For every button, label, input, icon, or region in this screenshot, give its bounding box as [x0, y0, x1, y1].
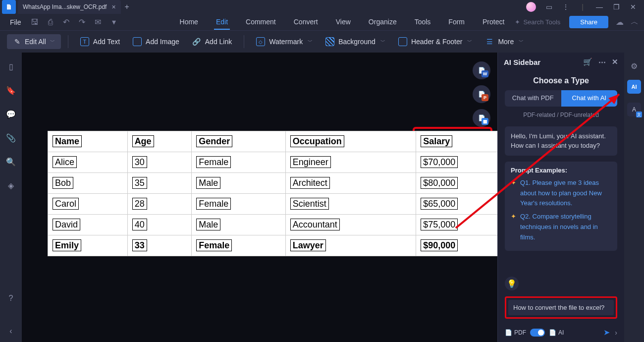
chat-input-callout [505, 296, 617, 319]
maximize-icon[interactable]: ❐ [612, 3, 620, 11]
menu-convert[interactable]: Convert [292, 15, 320, 30]
settings-icon[interactable]: ⚙ [631, 61, 638, 71]
cart-icon[interactable]: 🛒 [583, 57, 592, 66]
close-sidebar-icon[interactable]: ✕ [612, 57, 618, 66]
menu-tools[interactable]: Tools [413, 15, 433, 30]
menu-comment[interactable]: Comment [244, 15, 278, 30]
cloud-icon[interactable]: ☁ [615, 18, 624, 27]
convert-image-button[interactable]: 📄 ▦ [473, 109, 490, 127]
menubar: File 🖫 ⎙ ↶ ↷ ✉ ▾ Home Edit Comment Conve… [0, 14, 644, 31]
comments-icon[interactable]: 💬 [6, 109, 16, 119]
menu-protect[interactable]: Protect [481, 15, 506, 30]
mode-toggle[interactable] [530, 329, 545, 337]
undo-icon[interactable]: ↶ [62, 18, 71, 27]
collapse-left-icon[interactable]: ‹ [6, 326, 16, 336]
chat-input[interactable] [508, 300, 614, 315]
pencil-icon: ✎ [13, 37, 22, 46]
sparkle-icon: ✦ [515, 18, 520, 26]
add-image-button[interactable]: Add Image [128, 34, 184, 49]
header-footer-icon [398, 37, 407, 46]
data-table: Name Age Gender Occupation Salary Alice3… [48, 131, 497, 256]
menu-edit[interactable]: Edit [214, 15, 230, 30]
search-tools[interactable]: ✦ Search Tools [515, 18, 560, 26]
link-icon: 🔗 [192, 37, 201, 46]
sparkle-icon: ✦ [511, 178, 516, 209]
close-tab-icon[interactable]: × [111, 3, 115, 11]
expand-right-icon[interactable]: › [615, 329, 617, 337]
translate-rail-button[interactable]: A 文 [627, 103, 641, 116]
chat-icon[interactable]: ▭ [545, 3, 553, 11]
watermark-button[interactable]: ◇ Watermark ﹀ [251, 34, 318, 49]
app-logo-icon [2, 0, 16, 14]
more-options-icon[interactable]: ⋯ [598, 57, 606, 66]
chat-with-pdf-button[interactable]: Chat with PDF [505, 90, 561, 107]
chevron-down-icon: ﹀ [50, 38, 55, 45]
tab-title: WhatsApp Ima...skew_OCR.pdf [23, 3, 107, 10]
pdf-page: Name Age Gender Occupation Salary Alice3… [48, 131, 497, 256]
main-menu: Home Edit Comment Convert View Organize … [178, 15, 507, 30]
send-button[interactable]: ➤ [603, 328, 610, 337]
sparkle-icon: ✦ [511, 212, 516, 242]
save-icon[interactable]: 🖫 [30, 18, 39, 27]
ai-mode-icon: 📄 [549, 329, 556, 336]
edit-toolbar: ✎ Edit All ﹀ T Add Text Add Image 🔗 Add … [0, 31, 644, 53]
chat-with-ai-button[interactable]: Chat with AI [561, 90, 618, 107]
print-icon[interactable]: ⎙ [46, 18, 55, 27]
prompt-example-1[interactable]: ✦ Q1. Please give me 3 ideas about how t… [511, 178, 611, 209]
add-text-button[interactable]: T Add Text [75, 34, 125, 49]
left-rail: ▯ 🔖 💬 📎 🔍 ◈ ? ‹ [0, 53, 22, 342]
ai-greeting-message: Hello, I'm Lumi, your AI assistant. How … [505, 126, 617, 156]
menu-form[interactable]: Form [446, 15, 467, 30]
prompt-examples: Prompt Examples: ✦ Q1. Please give me 3 … [505, 162, 617, 251]
table-row: Emily33FemaleLawyer$90,000 [48, 235, 498, 256]
close-window-icon[interactable]: ✕ [629, 3, 637, 11]
mail-icon[interactable]: ✉ [94, 18, 103, 27]
convert-word-button[interactable]: 📄 W [473, 61, 490, 79]
share-button[interactable]: Share [569, 16, 608, 28]
attachments-icon[interactable]: 📎 [6, 133, 16, 143]
search-icon[interactable]: 🔍 [6, 157, 16, 167]
table-row: Alice30FemaleEngineer$70,000 [48, 152, 498, 173]
collapse-ribbon-icon[interactable]: ︿ [630, 18, 639, 27]
dropdown-icon[interactable]: ▾ [109, 18, 118, 27]
thumbnails-icon[interactable]: ▯ [6, 61, 16, 71]
menu-view[interactable]: View [334, 15, 353, 30]
convert-ppt-button[interactable]: 📄 P [473, 85, 490, 103]
kebab-menu-icon[interactable]: ⋮ [562, 3, 570, 11]
new-tab-button[interactable]: + [125, 2, 129, 11]
sidebar-footer: 📄 PDF 📄 AI ➤ › [498, 323, 624, 342]
file-menu[interactable]: File [5, 18, 26, 26]
header-footer-button[interactable]: Header & Footer ﹀ [393, 34, 478, 49]
bookmarks-icon[interactable]: 🔖 [6, 85, 16, 95]
chat-type-toggle: Chat with PDF Chat with AI [505, 90, 617, 107]
document-tab[interactable]: WhatsApp Ima...skew_OCR.pdf × [18, 0, 121, 14]
minimize-icon[interactable]: — [595, 3, 603, 11]
chevron-down-icon: ﹀ [519, 38, 524, 45]
help-icon[interactable]: ? [6, 293, 16, 303]
add-link-button[interactable]: 🔗 Add Link [187, 34, 237, 49]
edit-all-button[interactable]: ✎ Edit All ﹀ [7, 34, 61, 49]
menu-organize[interactable]: Organize [367, 15, 399, 30]
table-row: David40MaleAccountant$75,000 [48, 215, 498, 235]
ai-mode-label: AI [558, 329, 564, 336]
chevron-down-icon: ﹀ [308, 38, 313, 45]
prompts-title: Prompt Examples: [511, 167, 611, 174]
redo-icon[interactable]: ↷ [78, 18, 87, 27]
layers-icon[interactable]: ◈ [6, 180, 16, 190]
watermark-icon: ◇ [256, 37, 265, 46]
idea-button[interactable]: 💡 [505, 277, 519, 290]
choose-type-heading: Choose a Type [498, 76, 624, 85]
ai-sidebar: AI Sidebar 🛒 ⋯ ✕ Choose a Type Chat with… [497, 53, 624, 342]
sidebar-title: AI Sidebar [504, 58, 540, 66]
menu-home[interactable]: Home [178, 15, 200, 30]
prompt-example-2[interactable]: ✦ Q2. Compare storytelling techniques in… [511, 212, 611, 242]
more-button[interactable]: ☰ More ﹀ [480, 34, 529, 49]
background-icon [325, 37, 334, 46]
pdf-mode-icon: 📄 [505, 329, 512, 336]
user-avatar[interactable] [526, 2, 536, 12]
right-rail: ⚙ AI A 文 [624, 53, 644, 342]
background-button[interactable]: Background ﹀ [321, 34, 390, 49]
ai-rail-button[interactable]: AI [627, 80, 641, 94]
table-row: Bob35MaleArchitect$80,000 [48, 173, 498, 194]
document-canvas[interactable]: 📄 W 📄 P 📄 ▦ E PDF To Excel Name Ag [22, 53, 497, 342]
